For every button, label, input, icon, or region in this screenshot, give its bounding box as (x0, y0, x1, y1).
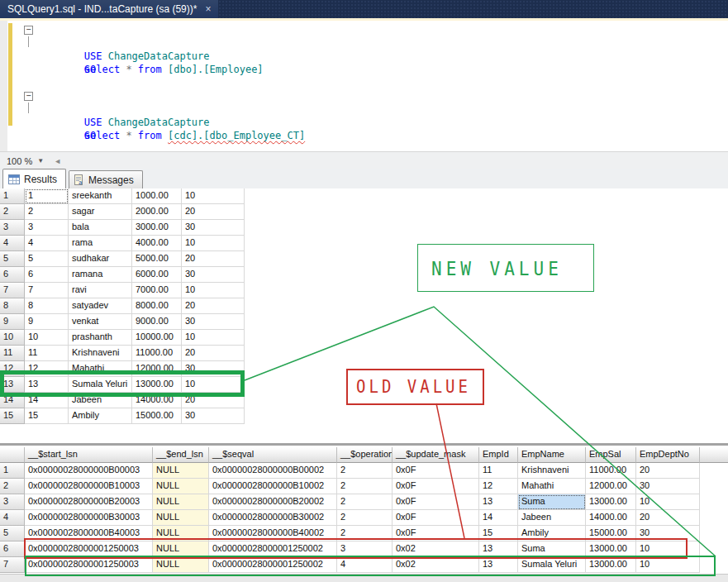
column-header[interactable]: __$update_mask (393, 447, 479, 463)
cell[interactable]: 20 (636, 510, 700, 526)
cell[interactable]: 0x00000028000001250003 (25, 557, 153, 573)
cell[interactable]: 7 (25, 283, 69, 298)
cell[interactable]: NULL (153, 541, 209, 557)
cell[interactable]: 2 (337, 494, 393, 510)
fold-collapse-icon[interactable]: − (24, 26, 33, 35)
cell[interactable]: 15000.00 (586, 526, 636, 541)
fold-collapse-icon[interactable]: − (24, 92, 33, 101)
cell[interactable]: 0x00000028000000B00002 (209, 463, 337, 479)
cell[interactable]: 0x02 (393, 541, 479, 557)
row-header[interactable]: 9 (0, 314, 25, 330)
row-header[interactable]: 4 (0, 236, 25, 251)
row-header[interactable]: 6 (0, 267, 25, 283)
cell[interactable]: Krishnaveni (518, 463, 586, 479)
cell[interactable]: 0x00000028000000B30002 (209, 510, 337, 526)
cell[interactable]: Krishnaveni (69, 346, 132, 361)
cell[interactable]: Mahathi (518, 479, 586, 494)
cell[interactable]: 30 (182, 314, 245, 330)
cell[interactable]: 14000.00 (132, 393, 182, 408)
column-header[interactable]: EmpSal (586, 447, 636, 463)
cell[interactable]: 20 (182, 393, 245, 408)
cell[interactable]: 0x0F (393, 463, 479, 479)
column-header[interactable]: __$operation (337, 447, 393, 463)
cell[interactable]: 12000.00 (586, 479, 636, 494)
cell[interactable]: 0x00000028000000B40003 (25, 526, 153, 541)
cell[interactable]: 10 (182, 283, 245, 298)
cell[interactable]: 30 (636, 479, 700, 494)
cell[interactable]: 13000.00 (586, 557, 636, 573)
row-header[interactable]: 13 (0, 377, 25, 393)
cell[interactable]: NULL (153, 494, 209, 510)
cell[interactable]: 15 (479, 526, 518, 541)
cell[interactable]: 13000.00 (586, 494, 636, 510)
cell[interactable]: 9000.00 (132, 314, 182, 330)
row-header[interactable]: 3 (0, 220, 25, 236)
cell[interactable]: 13 (479, 541, 518, 557)
document-tab[interactable]: SQLQuery1.sql - IND...taCapture (sa (59)… (0, 0, 218, 18)
cell[interactable]: 8000.00 (132, 298, 182, 314)
cell[interactable]: venkat (69, 314, 132, 330)
cell[interactable]: 5 (25, 251, 69, 267)
cell[interactable]: 20 (636, 463, 700, 479)
cell[interactable]: NULL (153, 510, 209, 526)
cell[interactable]: 8 (25, 298, 69, 314)
cell[interactable]: Jabeen (69, 393, 132, 408)
cell[interactable]: 2 (25, 204, 69, 220)
cell[interactable]: 0x00000028000001250002 (209, 557, 337, 573)
cell[interactable]: sudhakar (69, 251, 132, 267)
cell[interactable]: 10 (182, 188, 245, 204)
cell[interactable]: 14 (25, 393, 69, 408)
row-header[interactable]: 4 (0, 510, 25, 526)
cell[interactable]: 0x0F (393, 510, 479, 526)
corner-header[interactable] (0, 447, 25, 463)
cell[interactable]: 11000.00 (586, 463, 636, 479)
cell[interactable]: sreekanth (69, 188, 132, 204)
row-header[interactable]: 11 (0, 346, 25, 361)
cell[interactable]: 13000.00 (586, 541, 636, 557)
cell[interactable]: Ambily (518, 526, 586, 541)
column-header[interactable]: __$seqval (209, 447, 337, 463)
splitter-handle-icon[interactable]: ◄ (54, 157, 61, 165)
cell[interactable]: Suma (518, 541, 586, 557)
cell[interactable]: 1 (25, 188, 69, 204)
cell[interactable]: 0x0F (393, 494, 479, 510)
cell[interactable]: 0x0F (393, 526, 479, 541)
cell[interactable]: NULL (153, 463, 209, 479)
cell[interactable]: sagar (69, 204, 132, 220)
cell[interactable]: 13000.00 (132, 377, 182, 393)
cell[interactable]: Suma (518, 494, 586, 510)
row-header[interactable]: 5 (0, 251, 25, 267)
cell[interactable]: 2 (337, 479, 393, 494)
cell[interactable]: NULL (153, 479, 209, 494)
cell[interactable]: 30 (182, 267, 245, 283)
cell[interactable]: 11 (25, 346, 69, 361)
cell[interactable]: Mahathi (69, 361, 132, 377)
row-header[interactable]: 3 (0, 494, 25, 510)
cell[interactable]: 6000.00 (132, 267, 182, 283)
cell[interactable]: rama (69, 236, 132, 251)
cell[interactable]: 1000.00 (132, 188, 182, 204)
sql-editor[interactable]: − USE ChangeDataCapture select * from [d… (0, 21, 728, 151)
cell[interactable]: 5000.00 (132, 251, 182, 267)
cell[interactable]: 11000.00 (132, 346, 182, 361)
cell[interactable]: Sumala Yeluri (518, 557, 586, 573)
cell[interactable]: 0x00000028000001250002 (209, 541, 337, 557)
tab-messages[interactable]: a Messages (69, 170, 143, 188)
cell[interactable]: 3000.00 (132, 220, 182, 236)
cell[interactable]: 13 (479, 557, 518, 573)
row-header[interactable]: 15 (0, 408, 25, 424)
cell[interactable]: 0x00000028000000B10003 (25, 479, 153, 494)
cell[interactable]: 15000.00 (132, 408, 182, 424)
cell[interactable]: 4 (337, 557, 393, 573)
cell[interactable]: 15 (25, 408, 69, 424)
cell[interactable]: satyadev (69, 298, 132, 314)
cell[interactable]: 13 (479, 494, 518, 510)
cell[interactable]: 0x00000028000000B20002 (209, 494, 337, 510)
cell[interactable]: 20 (182, 346, 245, 361)
cell[interactable]: Sumala Yeluri (69, 377, 132, 393)
cell[interactable]: 30 (182, 220, 245, 236)
cell[interactable]: ramana (69, 267, 132, 283)
cell[interactable]: 30 (182, 408, 245, 424)
cell[interactable]: 20 (182, 298, 245, 314)
row-header[interactable]: 5 (0, 526, 25, 541)
